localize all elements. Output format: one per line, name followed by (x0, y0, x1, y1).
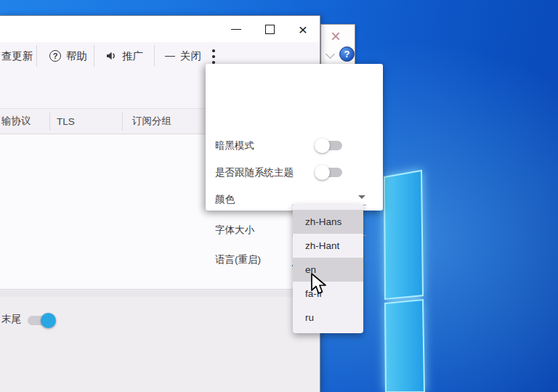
dropdown-option-zh-hant[interactable]: zh-Hant (293, 234, 363, 258)
close-app-label: 关闭 (180, 49, 201, 63)
column-separator[interactable] (122, 113, 123, 131)
dropdown-option-fa-ir[interactable]: fa-Ir (293, 282, 363, 306)
dark-mode-label: 暗黑模式 (215, 139, 254, 152)
column-separator[interactable] (49, 113, 50, 131)
language-dropdown-list: zh-Hans zh-Hant en fa-Ir ru (293, 204, 363, 333)
column-header-tls[interactable]: TLS (57, 109, 75, 134)
maximize-icon (265, 25, 275, 34)
help-button[interactable]: ? 帮助 (49, 47, 87, 65)
maximize-button[interactable] (253, 16, 286, 42)
promotion-button[interactable]: 推广 (105, 47, 143, 65)
help-label: 帮助 (66, 49, 87, 63)
column-header-subscription-group[interactable]: 订阅分组 (132, 109, 171, 134)
close-icon: × (299, 22, 307, 37)
kebab-dot (212, 49, 215, 52)
dropdown-option-ru[interactable]: ru (293, 306, 363, 330)
minimize-button[interactable] (219, 16, 253, 42)
toggle-knob (41, 313, 56, 328)
titlebar: × (0, 16, 320, 42)
promotion-label: 推广 (122, 49, 143, 63)
language-label: 语言(重启) (215, 253, 261, 266)
question-circle-icon: ? (49, 50, 61, 62)
color-label: 颜色 (215, 193, 235, 206)
kebab-dot (212, 55, 215, 58)
toggle-knob (315, 138, 330, 153)
footer-divider (0, 290, 320, 297)
footer-toggle[interactable] (28, 316, 54, 325)
speaker-icon (105, 50, 117, 62)
help-question-icon[interactable]: ? (339, 46, 355, 62)
dropdown-option-en[interactable]: en (293, 258, 363, 282)
column-header-protocol[interactable]: 输协议 (1, 109, 31, 134)
font-size-label: 字体大小 (215, 224, 254, 237)
chevron-down-icon[interactable] (326, 49, 335, 59)
settings-popup: 暗黑模式 是否跟随系统主题 颜色 字体大小 语言(重启) en (206, 64, 383, 211)
toolbar-separator (154, 45, 155, 67)
follow-system-theme-label: 是否跟随系统主题 (215, 166, 294, 179)
minus-icon (165, 56, 175, 57)
footer-panel: 末尾 (0, 289, 320, 392)
more-menu-button[interactable] (209, 49, 218, 65)
dropdown-option-zh-hans[interactable]: zh-Hans (293, 210, 363, 234)
follow-system-theme-toggle[interactable] (316, 168, 342, 177)
footer-label: 末尾 (1, 313, 21, 326)
desktop: × ? × 查更新 ? 帮助 (0, 0, 558, 392)
dark-mode-toggle[interactable] (316, 141, 342, 150)
caret-down-icon[interactable] (358, 195, 365, 199)
close-app-button[interactable]: 关闭 (165, 47, 201, 65)
toggle-knob (315, 165, 330, 180)
helper-close-icon[interactable]: × (331, 26, 341, 46)
check-update-button[interactable]: 查更新 (1, 47, 33, 65)
close-button[interactable]: × (286, 16, 320, 42)
minimize-icon (231, 29, 241, 30)
toolbar-separator (36, 45, 37, 67)
check-update-label: 查更新 (1, 49, 33, 63)
toolbar-separator (94, 45, 94, 67)
